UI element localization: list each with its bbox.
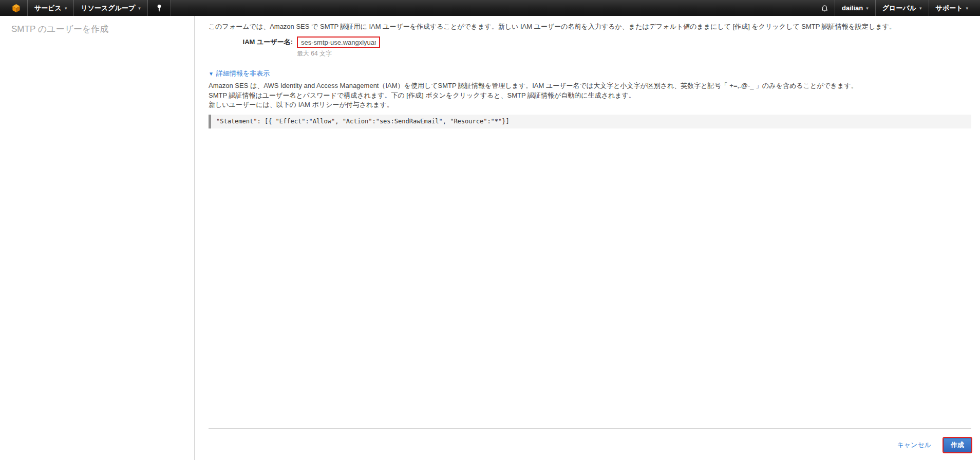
- nav-resource-groups[interactable]: リソースグループ ▾: [74, 0, 147, 16]
- details-line: 新しいユーザーには、以下の IAM ポリシーが付与されます。: [209, 100, 971, 110]
- sidebar: SMTP のユーザーを作成: [0, 16, 195, 460]
- details-line: Amazon SES は、AWS Identity and Access Man…: [209, 81, 971, 91]
- create-button[interactable]: 作成: [944, 438, 971, 452]
- details-toggle-label: 詳細情報を非表示: [216, 69, 270, 77]
- bell-icon: [821, 4, 828, 12]
- cancel-button[interactable]: キャンセル: [897, 440, 931, 450]
- aws-cube-icon: [11, 3, 21, 13]
- max-length-hint: 最大 64 文字: [297, 49, 971, 58]
- aws-logo[interactable]: [0, 0, 27, 16]
- footer-divider: [209, 428, 971, 429]
- chevron-down-icon: ▾: [919, 6, 922, 11]
- main-content: このフォームでは、Amazon SES で SMTP 認証用に IAM ユーザー…: [195, 16, 980, 460]
- details-toggle-link[interactable]: ▼詳細情報を非表示: [209, 69, 971, 78]
- nav-separator: [171, 0, 171, 16]
- top-navigation-bar: サービス ▾ リソースグループ ▾: [0, 0, 980, 16]
- details-line: SMTP 認証情報はユーザー名とパスワードで構成されます。下の [作成] ボタン…: [209, 91, 971, 101]
- page-title: SMTP のユーザーを作成: [11, 23, 194, 35]
- nav-account-menu[interactable]: dailian ▾: [835, 0, 875, 16]
- pin-icon: [156, 4, 162, 12]
- details-description: Amazon SES は、AWS Identity and Access Man…: [209, 81, 971, 110]
- iam-user-name-row: IAM ユーザー名:: [209, 36, 971, 48]
- footer-actions: キャンセル 作成: [897, 438, 971, 452]
- nav-support-label: サポート: [936, 4, 963, 13]
- nav-region-menu[interactable]: グローバル ▾: [876, 0, 929, 16]
- chevron-down-icon: ▾: [138, 6, 141, 11]
- nav-services[interactable]: サービス ▾: [28, 0, 73, 16]
- nav-username-label: dailian: [842, 4, 863, 12]
- chevron-down-icon: ▾: [866, 6, 869, 11]
- notifications-button[interactable]: [815, 0, 835, 16]
- form-intro-text: このフォームでは、Amazon SES で SMTP 認証用に IAM ユーザー…: [209, 22, 971, 31]
- nav-resource-groups-label: リソースグループ: [81, 4, 135, 13]
- nav-support-menu[interactable]: サポート ▾: [929, 0, 975, 16]
- triangle-down-icon: ▼: [209, 71, 214, 77]
- nav-services-label: サービス: [34, 4, 62, 13]
- iam-user-name-label: IAM ユーザー名:: [209, 38, 293, 47]
- chevron-down-icon: ▾: [65, 6, 67, 11]
- chevron-down-icon: ▾: [966, 6, 968, 11]
- nav-pin-shortcut[interactable]: [148, 0, 171, 16]
- iam-policy-code-block: "Statement": [{ "Effect":"Allow", "Actio…: [209, 115, 971, 128]
- nav-region-label: グローバル: [882, 4, 916, 13]
- iam-user-name-input[interactable]: [297, 36, 380, 48]
